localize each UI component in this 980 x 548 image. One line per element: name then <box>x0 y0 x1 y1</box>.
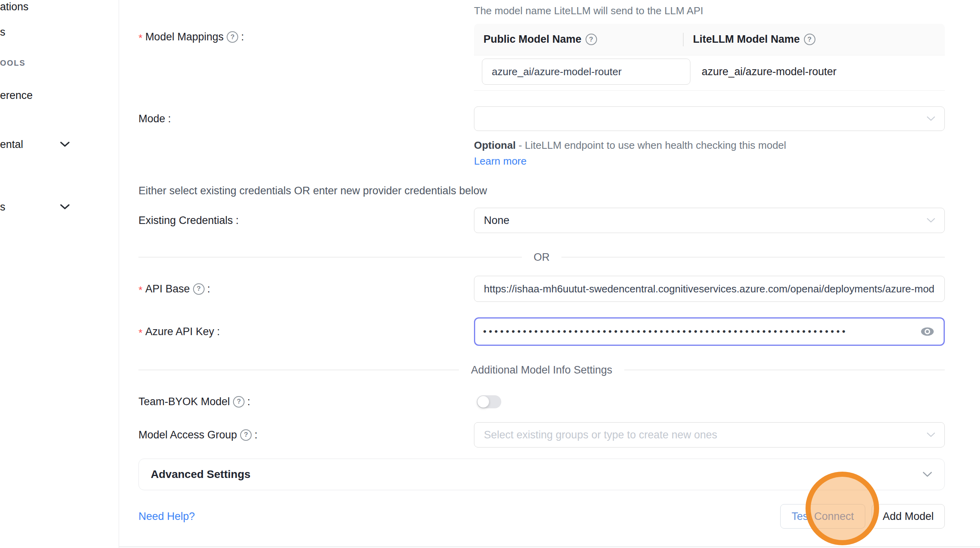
sidebar-item[interactable]: ations <box>0 1 28 13</box>
required-mark: * <box>138 284 142 296</box>
model-access-group-select[interactable]: Select existing groups or type to create… <box>474 422 945 448</box>
azure-api-key-input[interactable] <box>474 317 945 346</box>
chevron-down-icon <box>59 203 70 212</box>
sidebar: ations s OOLS erence ental s <box>0 0 119 548</box>
required-mark: * <box>138 32 142 44</box>
test-connect-button[interactable]: Test Connect <box>780 504 865 529</box>
model-mappings-table: Public Model Name ? LiteLLM Model Name ? <box>474 24 945 91</box>
sidebar-item[interactable]: ental <box>0 138 23 151</box>
litellm-model-name-value: azure_ai/azure-model-router <box>684 66 945 78</box>
model-mappings-row: * Model Mappings ? : Public Model Name ? <box>138 24 945 91</box>
sidebar-item[interactable]: erence <box>0 89 33 102</box>
chevron-down-icon <box>926 432 936 438</box>
chevron-down-icon <box>926 116 936 122</box>
sidebar-item[interactable]: s <box>0 201 6 213</box>
model-access-group-label: Model Access Group ? : <box>138 429 474 441</box>
or-divider: OR <box>138 249 945 265</box>
azure-api-key-row: * Azure API Key : <box>138 317 945 346</box>
add-model-button[interactable]: Add Model <box>872 504 945 529</box>
chevron-down-icon <box>926 218 936 224</box>
mode-label: Mode : <box>138 113 474 125</box>
help-icon[interactable]: ? <box>227 31 238 43</box>
existing-credentials-select[interactable]: None <box>474 208 945 233</box>
team-byok-row: Team-BYOK Model ? : <box>138 394 945 409</box>
advanced-settings-toggle[interactable]: Advanced Settings <box>138 459 945 490</box>
sidebar-section-label: OOLS <box>0 59 26 68</box>
table-header: Public Model Name ? LiteLLM Model Name ? <box>474 24 945 55</box>
model-access-group-row: Model Access Group ? : Select existing g… <box>138 422 945 448</box>
team-byok-label: Team-BYOK Model ? : <box>138 396 474 408</box>
chevron-down-icon <box>922 471 933 478</box>
help-icon[interactable]: ? <box>233 396 245 408</box>
toggle-knob <box>478 396 489 408</box>
model-mappings-label: * Model Mappings ? : <box>138 24 474 43</box>
api-base-input[interactable] <box>474 276 945 302</box>
api-base-row: * API Base ? : <box>138 276 945 302</box>
add-model-page: ations s OOLS erence ental s The model n… <box>0 0 980 548</box>
card-bottom-border <box>119 546 980 547</box>
team-byok-toggle[interactable] <box>477 395 501 408</box>
chevron-down-icon <box>59 141 70 150</box>
eye-icon[interactable] <box>920 326 935 337</box>
azure-api-key-label: * Azure API Key : <box>138 326 474 338</box>
column-header-public-model-name: Public Model Name ? <box>474 24 684 55</box>
table-row: azure_ai/azure-model-router <box>474 55 945 91</box>
sidebar-item[interactable]: s <box>0 26 6 38</box>
help-icon[interactable]: ? <box>193 283 205 295</box>
existing-credentials-row: Existing Credentials : None <box>138 208 945 233</box>
help-icon[interactable]: ? <box>240 429 252 441</box>
info-settings-divider: Additional Model Info Settings <box>138 362 945 378</box>
model-name-hint: The model name LiteLLM will send to the … <box>474 4 945 17</box>
mode-help-text: Optional - LiteLLM endpoint to use when … <box>474 137 802 169</box>
learn-more-link[interactable]: Learn more <box>474 155 527 167</box>
mode-row: Mode : <box>138 106 945 131</box>
required-mark: * <box>138 327 142 339</box>
help-icon[interactable]: ? <box>586 34 597 45</box>
column-header-litellm-model-name: LiteLLM Model Name ? <box>684 24 945 55</box>
mode-select[interactable] <box>474 106 945 131</box>
existing-credentials-label: Existing Credentials : <box>138 214 474 227</box>
need-help-link[interactable]: Need Help? <box>138 510 195 523</box>
help-icon[interactable]: ? <box>804 34 815 45</box>
form-footer: Need Help? Test Connect Add Model <box>138 504 945 529</box>
credentials-note: Either select existing credentials OR en… <box>138 184 945 197</box>
add-model-form-card: The model name LiteLLM will send to the … <box>119 0 980 548</box>
public-model-name-input[interactable] <box>482 59 690 85</box>
api-base-label: * API Base ? : <box>138 283 474 295</box>
